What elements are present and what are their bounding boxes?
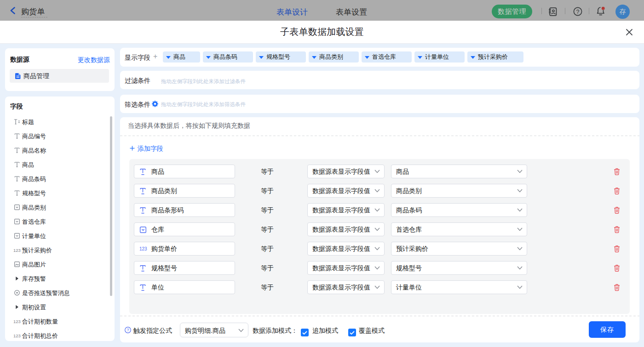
svg-text:?: ? xyxy=(126,328,129,332)
svg-text:?: ? xyxy=(576,9,580,15)
